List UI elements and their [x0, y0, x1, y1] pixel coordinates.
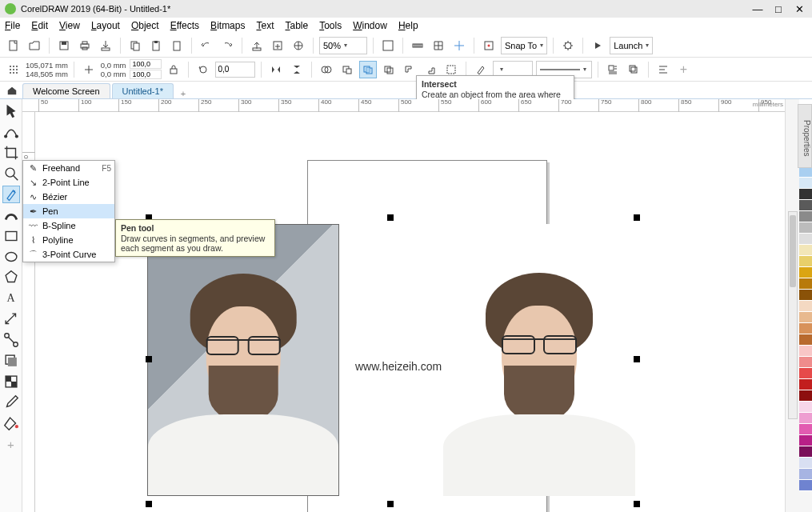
color-swatch[interactable]: [799, 390, 812, 402]
simplify-icon[interactable]: [380, 61, 398, 78]
color-swatch[interactable]: [799, 458, 812, 469]
drop-shadow-icon[interactable]: [2, 352, 20, 370]
menu-window[interactable]: Window: [353, 20, 387, 31]
eyedropper-icon[interactable]: [2, 394, 20, 411]
canvas[interactable]: www.heizeih.com: [35, 112, 785, 512]
selection-handle[interactable]: [146, 356, 152, 362]
ellipse-tool-icon[interactable]: [2, 248, 20, 266]
scale-x[interactable]: 100,0: [130, 59, 162, 69]
save-icon[interactable]: [55, 37, 73, 54]
publish-icon[interactable]: [290, 37, 307, 54]
color-swatch[interactable]: [799, 290, 812, 301]
menu-effects[interactable]: Effects: [170, 20, 199, 31]
selection-handle[interactable]: [634, 356, 640, 362]
menu-edit[interactable]: Edit: [31, 20, 48, 31]
menu-bitmaps[interactable]: Bitmaps: [210, 20, 245, 31]
polygon-tool-icon[interactable]: [2, 269, 20, 286]
align-icon[interactable]: [654, 61, 672, 78]
shape-tool-icon[interactable]: [2, 123, 20, 141]
plus-tool-icon[interactable]: +: [2, 435, 20, 453]
open-icon[interactable]: [26, 37, 43, 54]
artistic-media-icon[interactable]: [2, 206, 20, 224]
object-height[interactable]: 0,0 mm: [101, 70, 126, 78]
menu-table[interactable]: Table: [285, 20, 308, 31]
fullscreen-icon[interactable]: [379, 37, 397, 54]
redo-icon[interactable]: [218, 37, 236, 54]
flyout-pen[interactable]: ✒ Pen: [23, 204, 114, 218]
parallel-dimension-icon[interactable]: [2, 310, 20, 328]
connector-tool-icon[interactable]: [2, 331, 20, 349]
y-position[interactable]: 148,505 mm: [26, 70, 68, 78]
to-front-icon[interactable]: [625, 61, 642, 78]
home-tab-icon[interactable]: [5, 83, 19, 98]
flyout-3point-curve[interactable]: ⌒ 3-Point Curve: [23, 247, 114, 262]
show-rulers-icon[interactable]: [409, 37, 426, 54]
color-swatch[interactable]: [799, 178, 812, 189]
color-swatch[interactable]: [799, 424, 812, 435]
snap-options-icon[interactable]: [480, 37, 498, 54]
color-swatch[interactable]: [799, 301, 812, 312]
flyout-polyline[interactable]: ⌇ Polyline: [23, 233, 114, 247]
zoom-level[interactable]: 50%: [319, 37, 367, 54]
pick-tool-icon[interactable]: [2, 102, 20, 120]
color-swatch[interactable]: [799, 346, 812, 357]
color-swatch[interactable]: [799, 189, 812, 200]
menu-object[interactable]: Object: [131, 20, 159, 31]
show-guides-icon[interactable]: [450, 37, 468, 54]
maximize-button[interactable]: □: [770, 2, 786, 15]
menu-tools[interactable]: Tools: [319, 20, 342, 31]
color-swatch[interactable]: [799, 469, 812, 480]
plus-icon[interactable]: +: [675, 61, 693, 78]
export2-icon[interactable]: [269, 37, 286, 54]
undo-icon[interactable]: [198, 37, 215, 54]
new-tab-icon[interactable]: +: [175, 89, 191, 98]
color-swatch[interactable]: [799, 368, 812, 379]
vertical-scrollbar[interactable]: [788, 211, 798, 419]
close-button[interactable]: ✕: [791, 2, 807, 15]
flyout-bezier[interactable]: ∿ Bézier: [23, 190, 114, 204]
flyout-freehand[interactable]: ✎ Freehand F5: [23, 161, 114, 175]
color-swatch[interactable]: [799, 312, 812, 323]
color-swatch[interactable]: [799, 278, 812, 290]
color-swatch[interactable]: [799, 200, 812, 211]
color-swatch[interactable]: [799, 480, 812, 491]
show-grid-icon[interactable]: [430, 37, 447, 54]
wrap-text-icon[interactable]: [604, 61, 622, 78]
tab-document[interactable]: Untitled-1*: [112, 83, 174, 98]
properties-docker-tab[interactable]: Properties: [798, 104, 812, 168]
photo-original[interactable]: [147, 224, 339, 496]
selection-handle[interactable]: [634, 501, 640, 507]
color-swatch[interactable]: [799, 357, 812, 368]
minimize-button[interactable]: —: [750, 2, 766, 15]
mirror-v-icon[interactable]: [288, 61, 306, 78]
selection-handle[interactable]: [634, 214, 640, 221]
paste-icon[interactable]: [147, 37, 165, 54]
color-swatch[interactable]: [799, 435, 812, 446]
copy-icon[interactable]: [126, 37, 144, 54]
flyout-2point-line[interactable]: ↘ 2-Point Line: [23, 175, 114, 190]
color-swatch[interactable]: [799, 211, 812, 222]
snap-to-dropdown[interactable]: Snap To: [501, 37, 547, 54]
color-swatch[interactable]: [799, 334, 812, 346]
freehand-tool-icon[interactable]: [2, 186, 20, 203]
flyout-bspline[interactable]: 〰 B-Spline: [23, 218, 114, 233]
trim-icon[interactable]: [338, 61, 356, 78]
selection-handle[interactable]: [387, 501, 394, 507]
weld-icon[interactable]: [318, 61, 335, 78]
color-swatch[interactable]: [799, 402, 812, 413]
export-icon[interactable]: [97, 37, 114, 54]
color-swatch[interactable]: [799, 245, 812, 256]
rotation-angle[interactable]: 0,0: [215, 62, 255, 78]
ruler-horizontal[interactable]: 5010015020025030035040045050055060065070…: [22, 99, 785, 112]
print-icon[interactable]: [76, 37, 94, 54]
import-icon[interactable]: [248, 37, 266, 54]
rectangle-tool-icon[interactable]: [2, 227, 20, 245]
mirror-h-icon[interactable]: [267, 61, 285, 78]
color-swatch[interactable]: [799, 267, 812, 278]
color-swatch[interactable]: [799, 234, 812, 245]
launch-icon[interactable]: [589, 37, 606, 54]
x-position[interactable]: 105,071 mm: [26, 61, 68, 70]
transparency-tool-icon[interactable]: [2, 373, 20, 390]
menu-layout[interactable]: Layout: [91, 20, 120, 31]
crop-tool-icon[interactable]: [2, 144, 20, 162]
